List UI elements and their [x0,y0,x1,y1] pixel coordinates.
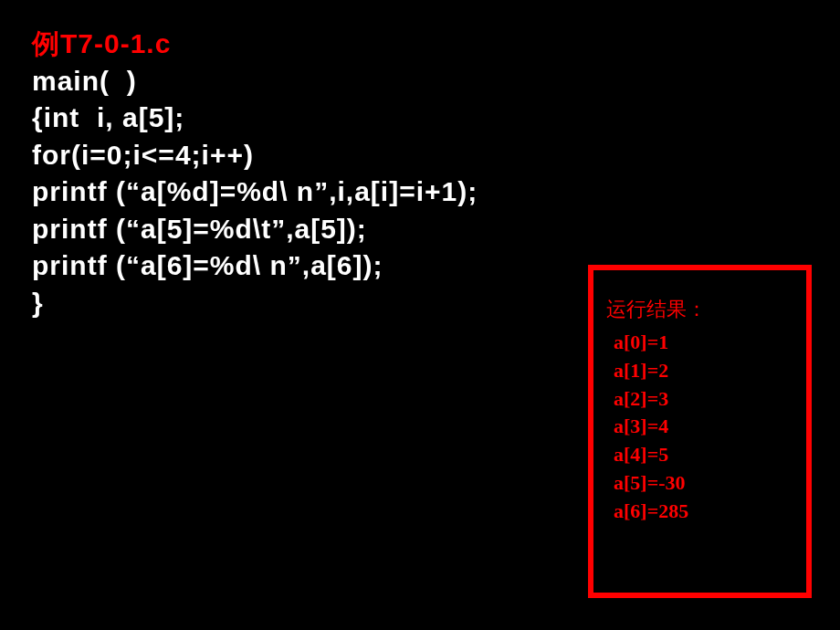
code-line: printf (“a[6]=%d\ n”,a[6]); [32,247,478,285]
code-line: for(i=0;i<=4;i++) [32,137,478,174]
result-line: a[6]=285 [606,498,793,526]
result-title: 运行结果： [606,296,793,323]
result-line: a[5]=-30 [606,469,793,498]
code-title: 例T7-0-1.c [32,26,478,63]
result-box: 运行结果： a[0]=1 a[1]=2 a[2]=3 a[3]=4 a[4]=5… [588,265,812,598]
result-line: a[1]=2 [606,357,793,385]
result-line: a[2]=3 [606,385,793,414]
result-line: a[3]=4 [606,413,793,441]
code-line: main( ) [32,63,478,100]
result-line: a[0]=1 [606,329,793,357]
code-line: printf (“a[5]=%d\t”,a[5]); [32,211,478,248]
code-line: printf (“a[%d]=%d\ n”,i,a[i]=i+1); [32,173,478,211]
code-block: 例T7-0-1.c main( ) {int i, a[5]; for(i=0;… [32,26,478,321]
code-line: } [32,285,478,322]
code-line: {int i, a[5]; [32,100,478,137]
result-line: a[4]=5 [606,441,793,469]
